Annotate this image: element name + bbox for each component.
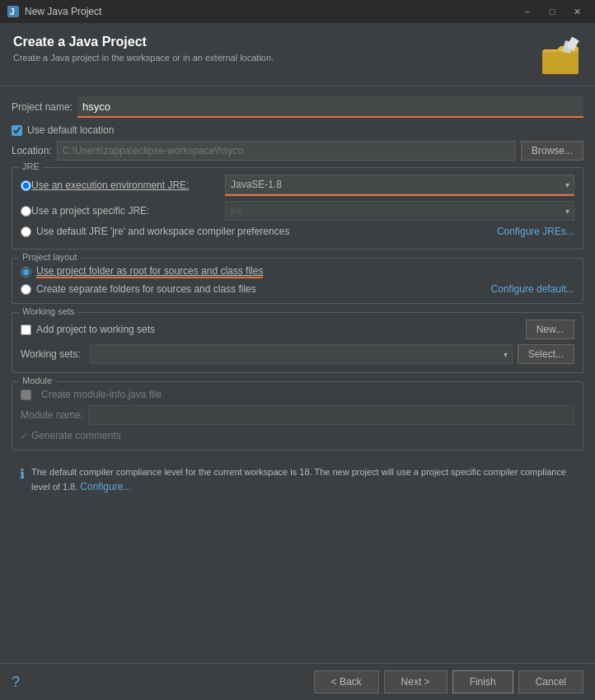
module-name-row: Module name: — [21, 405, 574, 425]
jre-option2-radio[interactable] — [21, 206, 31, 217]
layout-option1-radio[interactable] — [21, 267, 31, 278]
jre-option2-row: Use a project specific JRE: jre — [21, 201, 574, 221]
maximize-button[interactable]: □ — [541, 3, 564, 20]
jre-option3-label: Use default JRE 'jre' and workspace comp… — [36, 226, 289, 237]
create-module-checkbox[interactable] — [21, 390, 31, 400]
jre-option1-radio[interactable] — [21, 180, 31, 191]
location-input[interactable] — [57, 141, 516, 161]
help-button[interactable]: ? — [12, 674, 20, 691]
header-text: Create a Java Project Create a Java proj… — [13, 35, 274, 63]
use-default-location-label: Use default location — [27, 124, 114, 136]
layout-option2-label: Create separate folders for sources and … — [36, 283, 256, 295]
use-default-location-row: Use default location — [12, 124, 583, 136]
dialog-footer: ? < Back Next > Finish Cancel — [0, 663, 595, 700]
jre-option3-row: Use default JRE 'jre' and workspace comp… — [21, 226, 574, 237]
configure-default-link[interactable]: Configure default... — [491, 283, 574, 295]
next-button[interactable]: Next > — [384, 670, 447, 693]
project-name-input[interactable] — [77, 96, 583, 118]
project-name-label: Project name: — [12, 101, 73, 113]
dialog: Create a Java Project Create a Java proj… — [0, 23, 595, 700]
layout-option2-row: Create separate folders for sources and … — [21, 283, 574, 295]
project-layout-title: Project layout — [19, 252, 81, 262]
jre-option2-left: Use a project specific JRE: — [21, 205, 218, 217]
configure-link[interactable]: Configure... — [80, 481, 131, 492]
finish-button[interactable]: Finish — [452, 670, 513, 693]
footer-right: < Back Next > Finish Cancel — [314, 670, 583, 693]
titlebar: J New Java Project − □ ✕ — [0, 0, 595, 23]
info-text: The default compiler compliance level fo… — [31, 465, 575, 494]
module-group: Module Create module-info.java file Modu… — [12, 381, 583, 450]
working-sets-title: Working sets — [19, 306, 77, 316]
jre-option1-left: Use an execution environment JRE: — [21, 180, 218, 191]
dialog-subtitle: Create a Java project in the workspace o… — [13, 53, 274, 63]
select-button[interactable]: Select... — [518, 344, 574, 364]
window-controls: − □ ✕ — [516, 3, 588, 20]
jre-option1-label: Use an execution environment JRE: — [31, 180, 189, 191]
add-working-sets-checkbox[interactable] — [21, 324, 31, 335]
info-box: ℹ The default compiler compliance level … — [12, 459, 583, 501]
back-button[interactable]: < Back — [314, 670, 379, 693]
jre-env-select-wrapper: JavaSE-1.8 — [225, 175, 574, 196]
module-title: Module — [19, 376, 55, 385]
project-layout-group: Project layout Use project folder as roo… — [12, 258, 583, 304]
working-sets-label: Working sets: — [21, 348, 80, 360]
svg-rect-3 — [542, 51, 579, 74]
svg-text:J: J — [10, 7, 15, 16]
dialog-title: Create a Java Project — [13, 35, 274, 49]
generate-comments-row: ✓ Generate comments — [21, 430, 574, 441]
jre-group: JRE Use an execution environment JRE: Ja… — [12, 167, 583, 250]
use-default-location-checkbox[interactable] — [12, 125, 22, 136]
module-name-label: Module name: — [21, 409, 83, 421]
layout-option2-radio[interactable] — [21, 284, 31, 295]
add-working-sets-label: Add project to working sets — [36, 324, 155, 335]
working-sets-select-wrapper — [90, 344, 512, 364]
working-sets-select-row: Working sets: Select... — [21, 344, 574, 364]
footer-left: ? — [12, 674, 20, 691]
window-title: New Java Project — [25, 6, 516, 17]
layout-option1-label: Use project folder as root for sources a… — [36, 265, 263, 278]
working-sets-select[interactable] — [90, 344, 512, 364]
create-module-label: Create module-info.java file — [41, 389, 162, 400]
header-icon — [539, 35, 582, 77]
jre-option2-right: jre — [225, 201, 574, 221]
close-button[interactable]: ✕ — [565, 3, 588, 20]
layout-option2-left: Create separate folders for sources and … — [21, 283, 256, 295]
add-working-sets-left: Add project to working sets — [21, 324, 155, 335]
layout-option1-row: Use project folder as root for sources a… — [21, 265, 574, 278]
add-working-sets-row: Add project to working sets New... — [21, 320, 574, 339]
create-module-row: Create module-info.java file — [21, 389, 574, 400]
browse-button[interactable]: Browse... — [521, 141, 583, 161]
jre-group-title: JRE — [19, 161, 43, 171]
cancel-button[interactable]: Cancel — [518, 670, 583, 693]
jre-specific-select-wrapper: jre — [225, 201, 574, 221]
jre-option2-label: Use a project specific JRE: — [31, 205, 149, 217]
jre-specific-select[interactable]: jre — [225, 201, 574, 221]
generate-comments-label: Generate comments — [31, 430, 121, 441]
working-sets-group: Working sets Add project to working sets… — [12, 312, 583, 373]
configure-jres-link[interactable]: Configure JREs... — [497, 226, 574, 237]
minimize-button[interactable]: − — [516, 3, 539, 20]
dialog-header: Create a Java Project Create a Java proj… — [0, 23, 595, 86]
module-name-input[interactable] — [88, 405, 574, 425]
jre-env-select[interactable]: JavaSE-1.8 — [225, 175, 574, 194]
check-icon: ✓ — [21, 431, 28, 441]
new-button[interactable]: New... — [526, 320, 574, 339]
location-row: Location: Browse... — [12, 141, 583, 161]
app-icon: J — [7, 5, 20, 18]
jre-option1-right: JavaSE-1.8 — [225, 175, 574, 196]
jre-option3-radio[interactable] — [21, 226, 31, 237]
jre-option3-left: Use default JRE 'jre' and workspace comp… — [21, 226, 289, 237]
location-label: Location: — [12, 145, 52, 156]
info-icon: ℹ — [20, 466, 25, 482]
jre-option1-row: Use an execution environment JRE: JavaSE… — [21, 175, 574, 196]
dialog-body: Project name: Use default location Locat… — [0, 86, 595, 663]
project-name-row: Project name: — [12, 96, 583, 118]
